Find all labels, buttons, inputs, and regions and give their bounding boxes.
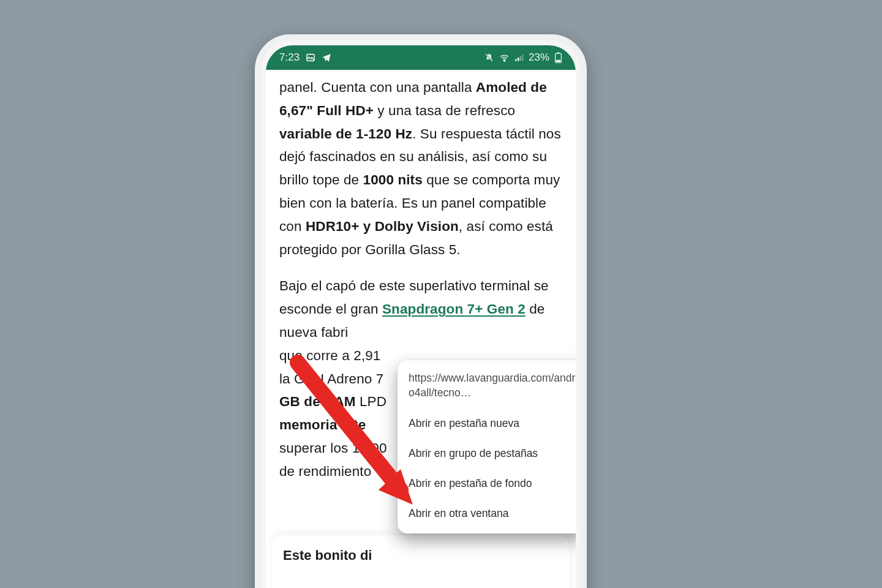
snapdragon-link[interactable]: Snapdragon 7+ Gen 2 [382,301,526,317]
svg-rect-4 [556,60,560,62]
wifi-icon [499,53,510,63]
text: y una tasa de refresco [374,103,515,118]
text: de rendimiento [279,464,371,479]
battery-text: 23% [529,51,549,64]
ctx-open-tab-group[interactable]: Abrir en grupo de pestañas [409,439,576,469]
text: LPD [356,394,386,409]
stage: 7:23 [0,0,882,588]
status-time: 7:23 [279,51,300,64]
text: panel. Cuenta con una pantalla [279,80,476,95]
phone-frame: 7:23 [255,34,587,588]
link-context-menu[interactable]: https://www.lavanguardia.com/andro4all/t… [398,360,576,533]
text: la GPU Adreno 7 [279,371,383,386]
status-bar-right: 23% [484,51,562,64]
battery-icon [554,52,562,63]
article-paragraph-1: panel. Cuenta con una pantalla Amoled de… [279,76,562,261]
status-bar: 7:23 [266,45,576,70]
ctx-open-background-tab[interactable]: Abrir en pestaña de fondo [409,469,576,499]
phone-screen: 7:23 [266,45,576,588]
status-bar-left: 7:23 [279,51,331,64]
bold-text: HDR10+ y Dolby Vision [306,219,459,234]
svg-point-1 [504,60,505,61]
bold-text: 1000 nits [363,172,423,187]
telegram-icon [322,53,331,62]
bottom-card: Este bonito di [272,535,570,588]
svg-rect-3 [557,52,559,53]
mute-icon [484,53,494,63]
text: superar los 1.100 [279,440,387,456]
bold-text: memoria inte [279,417,366,432]
context-menu-url: https://www.lavanguardia.com/andro4all/t… [409,371,576,400]
text: que corre a 2,91 [279,348,380,363]
ctx-open-new-tab[interactable]: Abrir en pestaña nueva [409,409,576,439]
bold-text: variable de 1-120 Hz [279,126,412,141]
bold-text: GB de RAM [279,394,356,409]
ctx-open-other-window[interactable]: Abrir en otra ventana [409,499,576,522]
bottom-card-text: Este bonito di [283,548,372,563]
signal-icon [514,53,524,62]
image-icon [306,53,315,62]
